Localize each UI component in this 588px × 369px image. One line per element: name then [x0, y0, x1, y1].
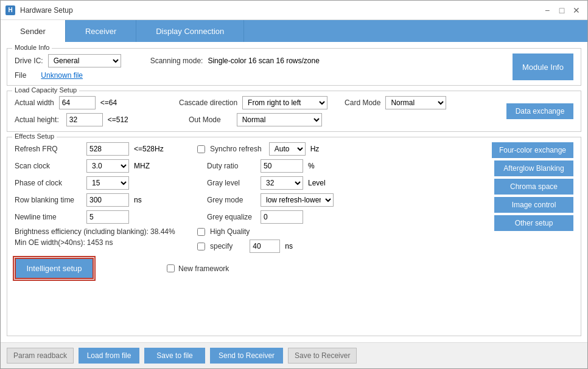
min-oe-value: 1453 ns — [87, 238, 113, 247]
actual-width-input[interactable] — [59, 96, 96, 109]
load-from-file-button[interactable]: Load from file — [79, 348, 139, 364]
phase-of-clock-label: Phase of clock — [15, 179, 82, 187]
module-info-btn-area: Module Info — [500, 53, 573, 80]
scan-clock-unit: MHZ — [134, 162, 150, 170]
bottom-controls: Intelligent setup New framework — [15, 258, 573, 279]
high-quality-label: High Quality — [210, 227, 250, 236]
module-info-section: Module Info Drive IC: General Scanning m… — [7, 48, 581, 86]
row-blanking-time-unit: ns — [134, 196, 142, 204]
newline-time-label: Newline time — [15, 213, 82, 221]
scanning-mode-label: Scanning mode: — [150, 57, 203, 65]
effects-setup-section: Effects Setup Refresh FRQ <=528Hz Scan c… — [7, 137, 581, 336]
scanning-mode-value: Single-color 16 scan 16 rows/zone — [208, 57, 319, 65]
module-info-title: Module Info — [12, 44, 52, 51]
high-quality-checkbox[interactable] — [197, 228, 205, 236]
close-button[interactable]: ✕ — [570, 5, 583, 16]
drive-ic-label: Drive IC: — [15, 57, 43, 65]
refresh-frq-unit: <=528Hz — [134, 145, 164, 153]
data-exchange-button[interactable]: Data exchange — [506, 103, 573, 119]
duty-ratio-label: Duty ratio — [207, 162, 256, 170]
gray-level-unit: Level — [308, 179, 326, 187]
gray-level-label: Gray level — [207, 179, 256, 187]
tab-display-connection[interactable]: Display Connection — [136, 20, 244, 42]
data-exchange-btn-area: Data exchange — [506, 103, 573, 119]
brightness-row: Brightness efficiency (including blankin… — [15, 227, 191, 236]
window-controls: − □ ✕ — [541, 5, 583, 16]
cascade-direction-select[interactable]: From right to left From left to right Fr… — [242, 96, 327, 109]
window-title: Hardware Setup — [20, 6, 541, 15]
specify-input[interactable] — [250, 240, 280, 253]
title-bar: H Hardware Setup − □ ✕ — [1, 1, 587, 20]
synchro-refresh-label: Synchro refresh — [210, 145, 262, 153]
specify-checkbox[interactable] — [197, 243, 205, 250]
row-blanking-time-label: Row blanking time — [15, 196, 82, 204]
actual-width-label: Actual width — [15, 98, 54, 107]
grey-equalize-input[interactable] — [261, 210, 303, 224]
auto-select[interactable]: Auto6075120 — [269, 142, 306, 156]
app-icon: H — [5, 5, 15, 15]
send-to-receiver-button[interactable]: Send to Receiver — [210, 348, 283, 364]
min-oe-row: Min OE width(>40ns): 1453 ns — [15, 238, 191, 247]
refresh-frq-label: Refresh FRQ — [15, 145, 82, 153]
refresh-frq-input[interactable] — [86, 142, 129, 156]
actual-height-constraint: <=512 — [108, 116, 128, 124]
specify-label: specify — [210, 242, 233, 250]
afterglow-blanking-button[interactable]: Afterglow Blanking — [494, 160, 573, 176]
scan-clock-select[interactable]: 3.03.54.0 — [86, 159, 129, 173]
actual-width-constraint: <=64 — [100, 98, 117, 107]
grey-equalize-label: Grey equalize — [207, 213, 256, 221]
hz-label: Hz — [310, 145, 320, 153]
newline-time-input[interactable] — [86, 210, 129, 224]
card-mode-label: Card Mode — [345, 98, 380, 107]
out-mode-label: Out Mode — [189, 116, 221, 124]
module-info-button[interactable]: Module Info — [513, 53, 573, 80]
main-window: H Hardware Setup − □ ✕ Sender Receiver D… — [0, 0, 588, 369]
tab-receiver[interactable]: Receiver — [66, 20, 136, 42]
duty-ratio-input[interactable] — [261, 159, 303, 173]
minimize-button[interactable]: − — [541, 5, 553, 16]
gray-level-select[interactable]: 3264128 — [261, 176, 303, 190]
new-framework-label: New framework — [178, 264, 229, 273]
brightness-label: Brightness efficiency (including blankin… — [15, 227, 149, 236]
cascade-direction-label: Cascade direction — [179, 98, 237, 107]
file-link[interactable]: Unknown file — [41, 71, 83, 80]
save-to-receiver-button[interactable]: Save to Receiver — [288, 348, 357, 364]
image-control-button[interactable]: Image control — [494, 197, 573, 213]
brightness-value: 38.44% — [150, 227, 175, 236]
card-mode-select[interactable]: Normal Card Mode A Card Mode B — [385, 96, 446, 109]
specify-unit: ns — [285, 242, 293, 250]
grey-mode-label: Grey mode — [207, 196, 256, 204]
effects-title: Effects Setup — [12, 133, 57, 140]
min-oe-label: Min OE width(>40ns): — [15, 238, 85, 247]
tab-sender[interactable]: Sender — [1, 20, 66, 42]
scan-clock-label: Scan clock — [15, 162, 82, 170]
drive-ic-select[interactable]: General — [48, 54, 121, 67]
four-color-exchange-button[interactable]: Four-color exchange — [492, 142, 573, 158]
load-capacity-title: Load Capacity Setup — [12, 86, 79, 94]
row-blanking-time-input[interactable] — [86, 193, 129, 207]
load-capacity-section: Load Capacity Setup Actual width <=64 Ac… — [7, 91, 581, 132]
phase-of-clock-select[interactable]: 151617 — [86, 176, 129, 190]
main-content: Module Info Drive IC: General Scanning m… — [1, 42, 587, 342]
intelligent-setup-button[interactable]: Intelligent setup — [15, 258, 94, 279]
param-readback-button[interactable]: Param readback — [7, 348, 74, 364]
other-setup-button[interactable]: Other setup — [494, 215, 573, 231]
new-framework-checkbox[interactable] — [167, 264, 175, 272]
new-framework-area: New framework — [167, 264, 229, 273]
chroma-space-button[interactable]: Chroma space — [494, 179, 573, 195]
out-mode-select[interactable]: Normal Enhanced — [237, 113, 322, 126]
maximize-button[interactable]: □ — [556, 5, 568, 16]
footer: Param readback Load from file Save to fi… — [1, 342, 587, 368]
actual-height-input[interactable] — [66, 113, 103, 126]
save-to-file-button[interactable]: Save to file — [144, 348, 205, 364]
file-label: File — [15, 71, 26, 80]
tab-bar: Sender Receiver Display Connection — [1, 20, 587, 42]
synchro-refresh-checkbox[interactable] — [197, 145, 205, 153]
actual-height-label: Actual height: — [15, 116, 59, 124]
grey-mode-select[interactable]: low refresh-lower liNormal — [261, 193, 334, 207]
duty-ratio-unit: % — [308, 162, 315, 170]
